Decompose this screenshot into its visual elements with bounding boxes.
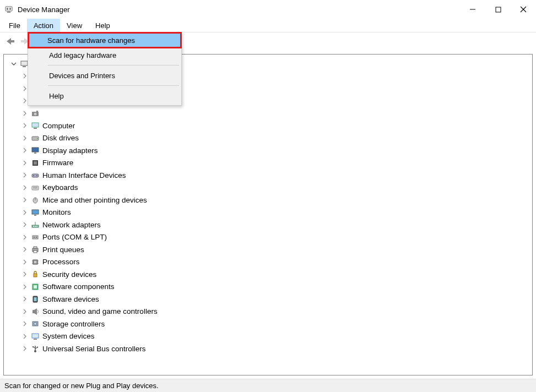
menu-view[interactable]: View [60,19,89,32]
svg-rect-2 [9,8,11,10]
tree-item[interactable]: Storage controllers [21,318,532,330]
camera-icon [30,108,40,118]
usb-icon [30,344,40,353]
chevron-right-icon[interactable] [21,184,28,191]
menu-separator [48,65,179,66]
menu-item-add-legacy[interactable]: Add legacy hardware [29,47,180,63]
chevron-right-icon[interactable] [21,221,28,228]
chevron-right-icon[interactable] [21,234,28,241]
computer-icon [30,121,40,130]
ports-icon [30,232,40,242]
tree-item[interactable]: Monitors [21,206,532,219]
firmware-icon [30,158,40,168]
tree-item[interactable]: Universal Serial Bus controllers [21,342,532,355]
tree-item[interactable]: Human Interface Devices [21,169,532,182]
chevron-right-icon[interactable] [21,308,28,315]
chevron-right-icon[interactable] [21,209,28,216]
chevron-down-icon [10,61,17,67]
svg-rect-1 [7,8,8,10]
maximize-button[interactable] [485,0,511,19]
menu-item-help[interactable]: Help [29,88,180,104]
tree-item-label: Network adapters [42,221,101,229]
menu-action[interactable]: Action [27,19,60,32]
tree-item[interactable]: Processors [21,256,532,269]
tree-item[interactable]: Display adapters [21,144,532,157]
svg-rect-59 [33,310,34,313]
tree-item[interactable]: Ports (COM & LPT) [21,231,532,244]
storage-icon [30,319,40,329]
svg-rect-49 [34,261,36,263]
tree-item-label: Print queues [42,246,84,254]
chevron-right-icon[interactable] [21,172,28,178]
tree-item[interactable]: Firmware [21,157,532,170]
chevron-right-icon[interactable] [21,246,28,253]
tree-item[interactable]: Sound, video and game controllers [21,306,532,318]
svg-rect-19 [32,123,39,127]
svg-rect-38 [33,226,34,227]
tree-item[interactable]: Mice and other pointing devices [21,194,532,206]
status-text: Scan for changed or new Plug and Play de… [4,382,159,390]
svg-rect-42 [33,236,38,239]
chevron-right-icon[interactable] [21,271,28,277]
back-button[interactable] [3,35,17,48]
menu-separator [48,85,179,86]
tree-item[interactable]: Keyboards [21,182,532,194]
network-icon [30,220,40,230]
svg-rect-39 [35,226,36,227]
chevron-right-icon[interactable] [21,122,28,129]
svg-point-28 [33,175,34,176]
chevron-right-icon[interactable] [21,296,28,302]
svg-rect-54 [34,274,37,277]
menu-item-devices-printers[interactable]: Devices and Printers [29,67,180,84]
swcomp-icon [30,282,40,292]
chevron-right-icon[interactable] [21,135,28,141]
tree-item[interactable]: System devices [21,330,532,343]
tree-item[interactable]: Security devices [21,268,532,281]
tree-item[interactable]: Software devices [21,293,532,306]
svg-rect-36 [34,215,36,216]
window-controls [460,0,536,19]
chevron-right-icon[interactable] [21,197,28,203]
chevron-right-icon[interactable] [21,333,28,340]
chevron-right-icon[interactable] [21,284,28,290]
chevron-right-icon[interactable] [21,147,28,154]
tree-item[interactable] [21,107,532,120]
security-icon [30,269,40,279]
close-button[interactable] [511,0,536,19]
svg-rect-27 [32,174,39,177]
mouse-icon [30,195,40,205]
chevron-right-icon[interactable] [21,259,28,265]
menu-item-scan-hardware[interactable]: Scan for hardware changes [28,32,182,48]
tree-item[interactable]: Print queues [21,243,532,256]
chevron-right-icon[interactable] [21,345,28,352]
menu-file[interactable]: File [2,19,27,32]
tree-item-label: Software components [42,282,115,291]
statusbar: Scan for changed or new Plug and Play de… [0,379,536,392]
svg-rect-5 [496,7,501,12]
svg-rect-10 [21,61,28,66]
window-title: Device Manager [18,6,70,14]
menubar: File Action View Help [0,19,536,32]
tree-item[interactable]: Software components [21,281,532,293]
svg-rect-0 [6,7,12,11]
tree-item[interactable]: Computer [21,119,532,132]
keyboard-icon [30,183,40,193]
tree-item-label: Security devices [42,270,96,279]
tree-item[interactable]: Disk drives [21,132,532,145]
svg-rect-63 [34,339,37,340]
chevron-right-icon[interactable] [21,320,28,327]
hid-icon [30,170,40,180]
display-icon [30,145,40,155]
chevron-right-icon[interactable] [21,160,28,166]
system-icon [30,331,40,341]
svg-point-29 [36,175,37,176]
svg-rect-24 [34,153,36,154]
tree-item[interactable]: Network adapters [21,219,532,231]
tree-item-label: Mice and other pointing devices [42,196,147,204]
menu-help[interactable]: Help [89,19,117,32]
svg-rect-26 [34,161,37,165]
svg-rect-9 [21,40,25,42]
chevron-right-icon[interactable] [21,110,28,117]
tree-item-label: Computer [42,122,75,130]
minimize-button[interactable] [460,0,485,19]
